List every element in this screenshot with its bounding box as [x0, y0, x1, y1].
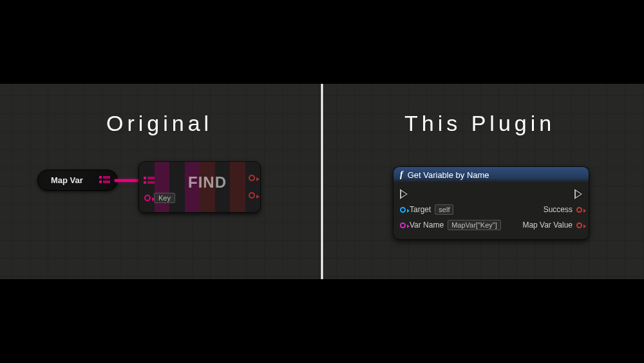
varname-pin-label: Var Name: [410, 221, 444, 230]
mapvarvalue-output-pin-icon[interactable]: [576, 222, 582, 228]
map-output-pin-icon[interactable]: [99, 176, 112, 185]
blueprint-wire: [115, 179, 142, 182]
target-pin-value[interactable]: self: [435, 204, 453, 215]
get-variable-by-name-node[interactable]: f Get Variable by Name Target self Succe…: [393, 166, 589, 240]
target-pin-label: Target: [410, 205, 431, 214]
heading-plugin: This Plugin: [404, 111, 555, 136]
heading-original: Original: [106, 111, 213, 136]
find-node-bool-output-pin[interactable]: [249, 192, 255, 199]
comparison-divider: [321, 84, 323, 279]
find-node-key-input[interactable]: Key: [144, 193, 175, 203]
find-node-map-input-pin[interactable]: [144, 177, 149, 188]
variable-node-label: Map Var: [51, 175, 83, 185]
node-title: Get Variable by Name: [408, 170, 489, 180]
varname-pin-value[interactable]: MapVar["Key"]: [448, 220, 501, 230]
find-node-title: FIND: [188, 173, 227, 191]
success-output-pin-icon[interactable]: [576, 207, 582, 213]
find-node-value-output-pin[interactable]: [249, 175, 255, 181]
key-input-pin-icon[interactable]: [144, 195, 151, 201]
target-input-pin-icon[interactable]: [400, 207, 406, 213]
varname-input-pin-icon[interactable]: [400, 222, 406, 228]
find-node[interactable]: FIND Key: [138, 161, 261, 213]
node-header[interactable]: f Get Variable by Name: [393, 167, 589, 182]
variable-node-map-var[interactable]: Map Var: [37, 170, 118, 191]
success-pin-label: Success: [544, 205, 573, 214]
key-input-value[interactable]: Key: [154, 193, 175, 203]
node-body: Target self Success Var Name MapVar["Key…: [393, 182, 589, 239]
mapvarvalue-pin-label: Map Var Value: [522, 221, 573, 230]
function-icon: f: [400, 170, 403, 180]
exec-input-pin-icon[interactable]: [400, 189, 408, 199]
exec-output-pin-icon[interactable]: [574, 189, 582, 199]
